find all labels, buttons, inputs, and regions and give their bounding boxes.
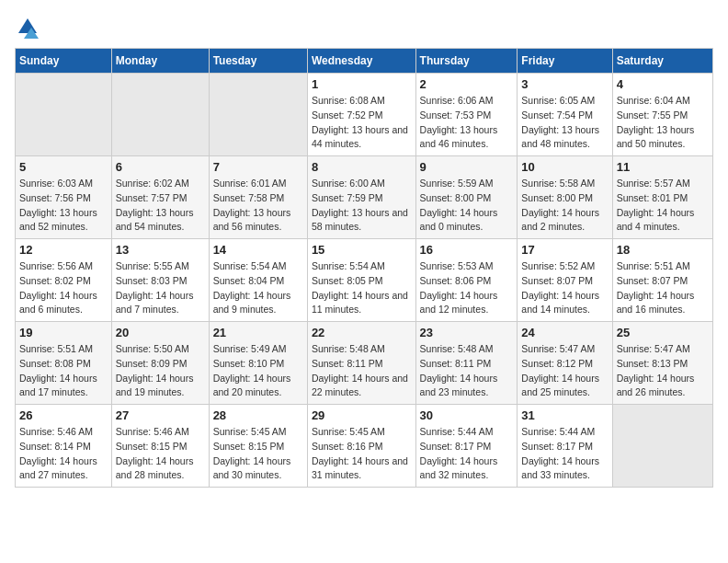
page-header: [15, 15, 713, 40]
day-info: Sunrise: 6:06 AMSunset: 7:53 PMDaylight:…: [420, 94, 514, 152]
day-number: 27: [116, 408, 205, 422]
week-row-3: 12Sunrise: 5:56 AMSunset: 8:02 PMDayligh…: [16, 239, 713, 322]
calendar-cell: 16Sunrise: 5:53 AMSunset: 8:06 PMDayligh…: [415, 239, 518, 322]
week-row-1: 1Sunrise: 6:08 AMSunset: 7:52 PMDaylight…: [16, 74, 713, 156]
day-info: Sunrise: 5:47 AMSunset: 8:12 PMDaylight:…: [521, 342, 608, 400]
day-info: Sunrise: 5:45 AMSunset: 8:15 PMDaylight:…: [213, 425, 303, 483]
day-number: 31: [521, 408, 608, 422]
calendar-cell: 24Sunrise: 5:47 AMSunset: 8:12 PMDayligh…: [518, 322, 612, 405]
calendar-cell: 18Sunrise: 5:51 AMSunset: 8:07 PMDayligh…: [612, 239, 712, 322]
calendar-cell: 6Sunrise: 6:02 AMSunset: 7:57 PMDaylight…: [111, 156, 209, 239]
day-number: 18: [617, 243, 709, 257]
calendar-cell: 21Sunrise: 5:49 AMSunset: 8:10 PMDayligh…: [209, 322, 307, 405]
day-info: Sunrise: 5:56 AMSunset: 8:02 PMDaylight:…: [19, 259, 108, 317]
calendar-cell: 3Sunrise: 6:05 AMSunset: 7:54 PMDaylight…: [518, 74, 612, 156]
day-number: 11: [617, 160, 709, 174]
calendar-cell: 15Sunrise: 5:54 AMSunset: 8:05 PMDayligh…: [307, 239, 415, 322]
calendar-cell: 17Sunrise: 5:52 AMSunset: 8:07 PMDayligh…: [518, 239, 612, 322]
day-number: 22: [312, 326, 412, 339]
day-number: 4: [617, 77, 709, 91]
day-number: 17: [521, 243, 608, 257]
day-number: 14: [213, 243, 303, 257]
day-number: 2: [420, 77, 514, 91]
calendar-cell: 5Sunrise: 6:03 AMSunset: 7:56 PMDaylight…: [16, 156, 112, 239]
calendar-cell: 31Sunrise: 5:44 AMSunset: 8:17 PMDayligh…: [518, 405, 612, 488]
day-info: Sunrise: 5:59 AMSunset: 8:00 PMDaylight:…: [420, 177, 514, 235]
calendar-cell: 9Sunrise: 5:59 AMSunset: 8:00 PMDaylight…: [415, 156, 518, 239]
day-number: 24: [521, 326, 608, 339]
day-info: Sunrise: 5:44 AMSunset: 8:17 PMDaylight:…: [521, 425, 608, 483]
col-header-tuesday: Tuesday: [209, 49, 307, 74]
day-info: Sunrise: 5:47 AMSunset: 8:13 PMDaylight:…: [617, 342, 709, 400]
day-number: 29: [312, 408, 412, 422]
calendar-cell: 22Sunrise: 5:48 AMSunset: 8:11 PMDayligh…: [307, 322, 415, 405]
day-number: 15: [312, 243, 412, 257]
day-number: 9: [420, 160, 514, 174]
calendar-cell: 12Sunrise: 5:56 AMSunset: 8:02 PMDayligh…: [16, 239, 112, 322]
day-info: Sunrise: 5:48 AMSunset: 8:11 PMDaylight:…: [420, 342, 514, 400]
day-number: 5: [19, 160, 108, 174]
day-number: 12: [19, 243, 108, 257]
day-info: Sunrise: 5:54 AMSunset: 8:05 PMDaylight:…: [312, 259, 412, 317]
calendar-cell: 13Sunrise: 5:55 AMSunset: 8:03 PMDayligh…: [111, 239, 209, 322]
calendar-table: SundayMondayTuesdayWednesdayThursdayFrid…: [15, 48, 713, 488]
svg-marker-0: [18, 18, 37, 33]
col-header-saturday: Saturday: [612, 49, 712, 74]
col-header-monday: Monday: [111, 49, 209, 74]
calendar-cell: 19Sunrise: 5:51 AMSunset: 8:08 PMDayligh…: [16, 322, 112, 405]
calendar-cell: 1Sunrise: 6:08 AMSunset: 7:52 PMDaylight…: [307, 74, 415, 156]
calendar-cell: 28Sunrise: 5:45 AMSunset: 8:15 PMDayligh…: [209, 405, 307, 488]
day-info: Sunrise: 5:57 AMSunset: 8:01 PMDaylight:…: [617, 177, 709, 235]
calendar-cell: 27Sunrise: 5:46 AMSunset: 8:15 PMDayligh…: [111, 405, 209, 488]
day-number: 3: [521, 77, 608, 91]
day-info: Sunrise: 5:48 AMSunset: 8:11 PMDaylight:…: [312, 342, 412, 400]
day-number: 28: [213, 408, 303, 422]
day-number: 7: [213, 160, 303, 174]
calendar-cell: [16, 74, 112, 156]
day-info: Sunrise: 5:51 AMSunset: 8:08 PMDaylight:…: [19, 342, 108, 400]
calendar-cell: 26Sunrise: 5:46 AMSunset: 8:14 PMDayligh…: [16, 405, 112, 488]
day-info: Sunrise: 5:49 AMSunset: 8:10 PMDaylight:…: [213, 342, 303, 400]
day-info: Sunrise: 6:00 AMSunset: 7:59 PMDaylight:…: [312, 177, 412, 235]
day-info: Sunrise: 5:54 AMSunset: 8:04 PMDaylight:…: [213, 259, 303, 317]
logo: [15, 15, 44, 40]
col-header-wednesday: Wednesday: [307, 49, 415, 74]
calendar-cell: [209, 74, 307, 156]
day-number: 26: [19, 408, 108, 422]
day-number: 8: [312, 160, 412, 174]
calendar-cell: [111, 74, 209, 156]
logo-icon: [15, 15, 40, 40]
calendar-cell: 14Sunrise: 5:54 AMSunset: 8:04 PMDayligh…: [209, 239, 307, 322]
header-row: SundayMondayTuesdayWednesdayThursdayFrid…: [16, 49, 713, 74]
day-info: Sunrise: 5:46 AMSunset: 8:14 PMDaylight:…: [19, 425, 108, 483]
day-number: 19: [19, 326, 108, 339]
day-info: Sunrise: 6:03 AMSunset: 7:56 PMDaylight:…: [19, 177, 108, 235]
calendar-cell: 29Sunrise: 5:45 AMSunset: 8:16 PMDayligh…: [307, 405, 415, 488]
day-info: Sunrise: 6:02 AMSunset: 7:57 PMDaylight:…: [116, 177, 205, 235]
day-number: 16: [420, 243, 514, 257]
day-info: Sunrise: 5:55 AMSunset: 8:03 PMDaylight:…: [116, 259, 205, 317]
day-info: Sunrise: 5:44 AMSunset: 8:17 PMDaylight:…: [420, 425, 514, 483]
day-info: Sunrise: 6:05 AMSunset: 7:54 PMDaylight:…: [521, 94, 608, 152]
calendar-cell: 7Sunrise: 6:01 AMSunset: 7:58 PMDaylight…: [209, 156, 307, 239]
day-info: Sunrise: 6:08 AMSunset: 7:52 PMDaylight:…: [312, 94, 412, 152]
day-number: 6: [116, 160, 205, 174]
day-number: 23: [420, 326, 514, 339]
calendar-cell: 8Sunrise: 6:00 AMSunset: 7:59 PMDaylight…: [307, 156, 415, 239]
day-number: 30: [420, 408, 514, 422]
week-row-2: 5Sunrise: 6:03 AMSunset: 7:56 PMDaylight…: [16, 156, 713, 239]
day-info: Sunrise: 5:53 AMSunset: 8:06 PMDaylight:…: [420, 259, 514, 317]
calendar-cell: 30Sunrise: 5:44 AMSunset: 8:17 PMDayligh…: [415, 405, 518, 488]
calendar-cell: 20Sunrise: 5:50 AMSunset: 8:09 PMDayligh…: [111, 322, 209, 405]
day-info: Sunrise: 5:52 AMSunset: 8:07 PMDaylight:…: [521, 259, 608, 317]
week-row-4: 19Sunrise: 5:51 AMSunset: 8:08 PMDayligh…: [16, 322, 713, 405]
day-info: Sunrise: 5:50 AMSunset: 8:09 PMDaylight:…: [116, 342, 205, 400]
day-info: Sunrise: 5:46 AMSunset: 8:15 PMDaylight:…: [116, 425, 205, 483]
day-info: Sunrise: 6:04 AMSunset: 7:55 PMDaylight:…: [617, 94, 709, 152]
calendar-cell: 10Sunrise: 5:58 AMSunset: 8:00 PMDayligh…: [518, 156, 612, 239]
col-header-thursday: Thursday: [415, 49, 518, 74]
calendar-cell: 25Sunrise: 5:47 AMSunset: 8:13 PMDayligh…: [612, 322, 712, 405]
col-header-sunday: Sunday: [16, 49, 112, 74]
calendar-cell: [612, 405, 712, 488]
day-number: 20: [116, 326, 205, 339]
